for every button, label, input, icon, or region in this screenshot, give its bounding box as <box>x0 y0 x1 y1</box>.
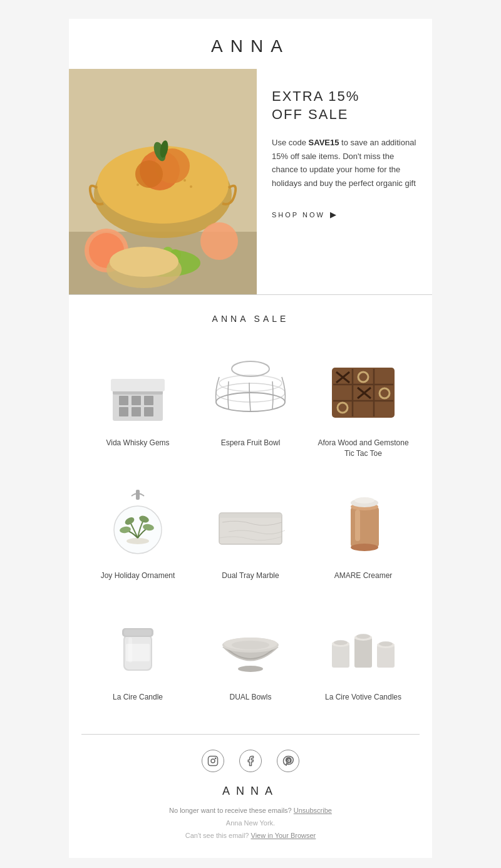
svg-rect-84 <box>354 638 372 668</box>
pinterest-icon[interactable] <box>277 750 299 772</box>
svg-rect-74 <box>124 629 152 636</box>
product-name-ornament: Joy Holiday Ornament <box>101 571 175 581</box>
svg-rect-36 <box>144 407 153 416</box>
svg-rect-64 <box>219 513 282 518</box>
arrow-icon: ▶ <box>330 210 338 219</box>
hero-body: Use code SAVE15 to save an additional 15… <box>272 136 417 190</box>
svg-point-79 <box>232 641 269 649</box>
unsubscribe-link[interactable]: Unsubscribe <box>294 807 332 814</box>
footer-browser-text: Can't see this email? View in Your Brows… <box>81 832 420 839</box>
footer-unsub-text: No longer want to receive these emails? … <box>81 807 420 814</box>
brand-logo: ANNA <box>69 36 432 56</box>
svg-point-91 <box>211 759 215 763</box>
product-name-creamer: AMARE Creamer <box>334 571 393 581</box>
svg-rect-70 <box>355 510 360 541</box>
svg-point-80 <box>238 666 263 672</box>
product-name-tray: Dual Tray Marble <box>222 571 279 581</box>
svg-point-57 <box>127 538 149 544</box>
footer: ANNA No longer want to receive these ema… <box>69 735 432 858</box>
product-name-fruit-bowl: Espera Fruit Bowl <box>221 438 281 448</box>
product-name-votive: La Cire Votive Candles <box>325 692 401 703</box>
product-name-tic-tac-toe: Afora Wood and Gemstone Tic Tac Toe <box>313 438 413 459</box>
svg-rect-81 <box>332 644 349 668</box>
view-in-browser-link[interactable]: View in Your Browser <box>251 832 316 839</box>
product-grid: Vida Whisky Gems <box>81 339 420 715</box>
footer-logo: ANNA <box>81 785 420 798</box>
product-name-candle: La Cire Candle <box>113 692 163 703</box>
hero-section: EXTRA 15% OFF SALE Use code SAVE15 to sa… <box>69 69 432 294</box>
svg-point-13 <box>135 160 163 188</box>
svg-rect-33 <box>144 396 153 405</box>
svg-point-67 <box>351 544 378 551</box>
product-image-creamer <box>316 482 410 563</box>
svg-rect-76 <box>128 638 132 663</box>
svg-rect-30 <box>111 379 165 391</box>
social-icons <box>81 750 420 772</box>
svg-point-8 <box>183 179 186 182</box>
email-header: ANNA <box>69 19 432 69</box>
svg-point-83 <box>334 640 348 645</box>
product-cell-ornament[interactable]: Joy Holiday Ornament <box>81 472 194 594</box>
promo-code: SAVE15 <box>309 138 339 147</box>
shop-now-button[interactable]: SHOP NOW ▶ <box>272 210 338 219</box>
product-name-dual-bowls: DUAL Bowls <box>230 692 272 703</box>
svg-rect-32 <box>132 396 141 405</box>
product-cell-dual-bowls[interactable]: DUAL Bowls <box>194 593 307 715</box>
svg-point-86 <box>356 634 370 639</box>
facebook-icon[interactable] <box>239 750 262 772</box>
svg-point-27 <box>110 247 178 277</box>
hero-image <box>69 69 257 294</box>
product-cell-tray[interactable]: Dual Tray Marble <box>194 472 307 594</box>
product-cell-candle[interactable]: La Cire Candle <box>81 593 194 715</box>
svg-point-69 <box>354 497 374 504</box>
product-name-whisky-gems: Vida Whisky Gems <box>106 438 169 448</box>
svg-rect-54 <box>136 490 140 500</box>
sale-section: ANNA SALE <box>69 295 432 728</box>
product-cell-votive[interactable]: La Cire Votive Candles <box>307 593 420 715</box>
svg-point-92 <box>215 758 216 758</box>
footer-company: Anna New York. <box>81 819 420 827</box>
product-image-fruit-bowl <box>204 349 297 430</box>
product-cell-whisky-gems[interactable]: Vida Whisky Gems <box>81 339 194 472</box>
product-cell-creamer[interactable]: AMARE Creamer <box>307 472 420 594</box>
instagram-icon[interactable] <box>202 750 224 772</box>
svg-point-25 <box>200 222 238 260</box>
product-image-ornament <box>91 482 185 563</box>
svg-point-40 <box>232 361 269 376</box>
product-image-tic-tac-toe <box>316 349 410 430</box>
svg-rect-90 <box>209 757 218 766</box>
product-cell-fruit-bowl[interactable]: Espera Fruit Bowl <box>194 339 307 472</box>
product-image-dual-bowls <box>204 603 297 685</box>
hero-title: EXTRA 15% OFF SALE <box>272 88 417 123</box>
svg-rect-34 <box>119 407 128 416</box>
product-image-candle <box>91 603 185 685</box>
svg-rect-35 <box>132 407 141 416</box>
svg-point-10 <box>190 185 192 188</box>
product-image-whisky-gems <box>91 349 185 430</box>
product-image-tray <box>204 482 297 563</box>
svg-rect-87 <box>377 645 395 668</box>
hero-content: EXTRA 15% OFF SALE Use code SAVE15 to sa… <box>257 69 432 294</box>
product-cell-tic-tac-toe[interactable]: Afora Wood and Gemstone Tic Tac Toe <box>307 339 420 472</box>
product-image-votive <box>316 603 410 685</box>
svg-point-9 <box>137 183 139 186</box>
svg-point-89 <box>379 641 393 646</box>
svg-rect-65 <box>351 507 379 547</box>
svg-rect-31 <box>119 396 128 405</box>
sale-title: ANNA SALE <box>81 314 420 324</box>
